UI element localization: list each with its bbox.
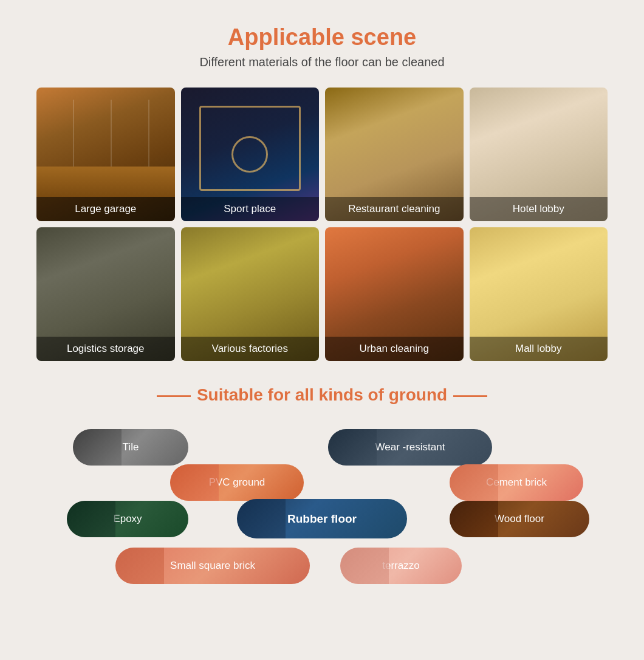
card-label-logistics-storage: Logistics storage (36, 337, 175, 361)
card-label-hotel-lobby: Hotel lobby (470, 197, 608, 221)
pill-tile[interactable]: Tile (73, 429, 188, 466)
pill-small-square-brick[interactable]: Small square brick (115, 548, 310, 584)
card-logistics-storage[interactable]: Logistics storage (36, 227, 175, 361)
pill-rubber-label: Rubber floor (287, 512, 357, 526)
page-title: Applicable scene (36, 24, 608, 50)
card-sport-place[interactable]: Sport place (181, 88, 320, 221)
card-decoration (36, 167, 175, 197)
card-label-large-garage: Large garage (36, 197, 175, 221)
pill-pvc-label: PVC ground (209, 476, 265, 489)
pill-rubber-floor[interactable]: Rubber floor (237, 499, 407, 538)
pill-small-label: Small square brick (170, 560, 255, 572)
card-decoration (199, 106, 301, 191)
pill-cement-brick[interactable]: Cement brick (450, 464, 583, 501)
header-section: Applicable scene Different materials of … (36, 24, 608, 69)
pill-wood-floor[interactable]: Wood floor (450, 501, 589, 537)
page-container: Applicable scene Different materials of … (0, 0, 644, 648)
pill-wood-label: Wood floor (495, 513, 544, 525)
card-label-sport-place: Sport place (181, 197, 320, 221)
card-large-garage[interactable]: Large garage (36, 88, 175, 221)
card-urban-cleaning[interactable]: Urban cleaning (325, 227, 464, 361)
card-label-urban-cleaning: Urban cleaning (325, 337, 464, 361)
card-label-mall-lobby: Mall lobby (470, 337, 608, 361)
dash-prefix: —— (157, 385, 191, 405)
card-various-factories[interactable]: Various factories (181, 227, 320, 361)
pill-terrazzo-label: terrazzo (382, 560, 419, 572)
ground-pills-container: Tile Wear -resistant PVC ground Cement b… (36, 429, 608, 624)
ground-title-text: Suitable for all kinds of ground (197, 385, 447, 405)
card-decoration (49, 176, 163, 191)
page-subtitle: Different materials of the floor can be … (36, 55, 608, 69)
card-mall-lobby[interactable]: Mall lobby (470, 227, 608, 361)
pill-terrazzo[interactable]: terrazzo (340, 548, 462, 584)
scene-grid: Large garage Sport place Restaurant clea… (36, 88, 608, 361)
card-decoration (36, 100, 175, 173)
card-label-various-factories: Various factories (181, 337, 320, 361)
dash-suffix: —— (453, 385, 487, 405)
ground-title: —— Suitable for all kinds of ground —— (36, 385, 608, 405)
pill-pvc-ground[interactable]: PVC ground (170, 464, 304, 501)
ground-section: —— Suitable for all kinds of ground —— T… (36, 385, 608, 624)
card-restaurant-cleaning[interactable]: Restaurant cleaning (325, 88, 464, 221)
pill-epoxy-label: Epoxy (113, 513, 142, 525)
card-decoration (231, 136, 268, 173)
pill-cement-label: Cement brick (486, 476, 547, 489)
pill-tile-label: Tile (123, 441, 139, 453)
pill-wear-resistant[interactable]: Wear -resistant (328, 429, 492, 466)
card-hotel-lobby[interactable]: Hotel lobby (470, 88, 608, 221)
pill-epoxy[interactable]: Epoxy (67, 501, 188, 537)
pill-wear-label: Wear -resistant (375, 441, 445, 453)
card-label-restaurant-cleaning: Restaurant cleaning (325, 197, 464, 221)
